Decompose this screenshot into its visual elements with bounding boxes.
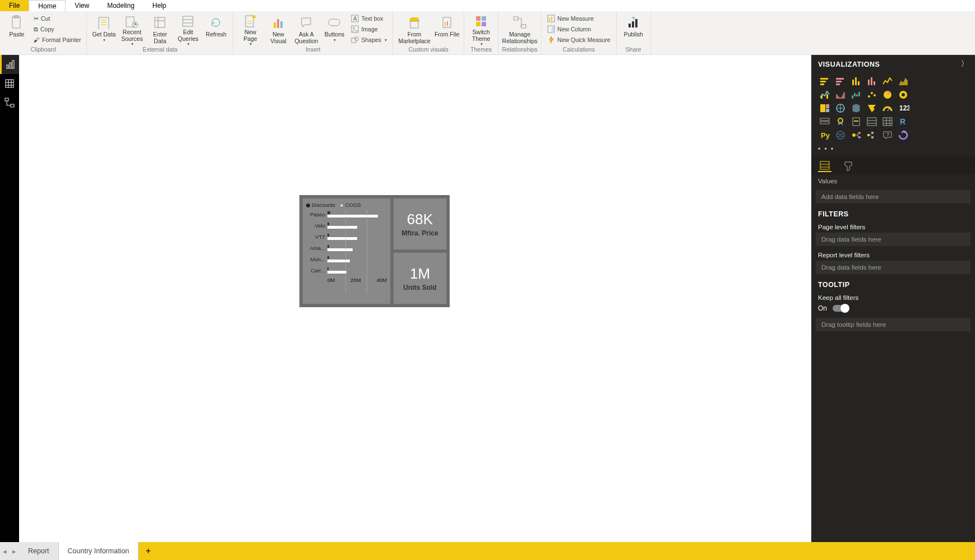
viz-line-icon[interactable] (881, 76, 894, 87)
bar-row: Mon... (306, 256, 387, 262)
image-button[interactable]: Image (349, 24, 389, 34)
tab-file[interactable]: File (0, 0, 29, 11)
viz-waterfall-icon[interactable] (849, 89, 863, 100)
shapes-button[interactable]: Shapes (349, 35, 389, 45)
viz-donut-icon[interactable] (897, 89, 910, 100)
scissors-icon: ✂ (34, 15, 39, 22)
page-tab-report[interactable]: Report (19, 542, 59, 560)
manage-relationships-button[interactable]: Manage Relationships (502, 13, 538, 45)
svg-rect-12 (329, 19, 340, 26)
viz-key-influencers-icon[interactable] (849, 129, 863, 141)
get-data-button[interactable]: Get Data (90, 13, 117, 45)
report-filters-label: Report level filters (811, 248, 975, 258)
from-file-button[interactable]: From File (433, 13, 460, 45)
fields-tab[interactable] (818, 160, 831, 172)
page-scroll-right[interactable]: ▸ (10, 542, 19, 560)
paste-button[interactable]: Paste (3, 13, 30, 45)
viz-decomp-tree-icon[interactable] (865, 129, 879, 141)
add-page-button[interactable]: + (138, 542, 158, 560)
keep-filters-toggle[interactable] (833, 305, 848, 312)
svg-point-81 (837, 131, 844, 139)
viz-slicer-icon[interactable] (849, 116, 863, 127)
svg-point-63 (874, 94, 876, 96)
new-measure-button[interactable]: New Measure (545, 13, 613, 24)
viz-table-icon[interactable] (865, 116, 879, 127)
report-canvas[interactable]: Discounts COGS PaseoVeloVTTAma...Mon...C… (19, 55, 811, 542)
nav-data-view[interactable] (0, 74, 19, 93)
cut-button[interactable]: ✂Cut (31, 13, 83, 24)
viz-ribbon-icon[interactable] (834, 89, 847, 100)
new-page-button[interactable]: New Page (237, 13, 264, 45)
viz-pie-icon[interactable] (881, 89, 894, 100)
svg-rect-2 (99, 17, 109, 29)
viz-treemap-icon[interactable] (818, 103, 831, 114)
tooltip-well[interactable]: Drag tooltip fields here (816, 318, 971, 331)
page-scroll-left[interactable]: ◂ (0, 542, 10, 560)
tab-view[interactable]: View (66, 0, 98, 11)
from-marketplace-button[interactable]: From Marketplace (396, 13, 432, 45)
publish-button[interactable]: Publish (620, 13, 647, 45)
edit-queries-button[interactable]: Edit Queries (174, 13, 201, 45)
viz-filled-map-icon[interactable] (849, 103, 863, 114)
switch-theme-button[interactable]: Switch Theme (468, 13, 495, 45)
svg-rect-85 (867, 134, 870, 136)
tab-modeling[interactable]: Modeling (98, 0, 144, 11)
page-tab-country-information[interactable]: Country Information (59, 542, 139, 560)
viz-stacked-bar-icon[interactable] (818, 76, 831, 87)
enter-data-button[interactable]: Enter Data (146, 13, 173, 45)
viz-python-visual-icon[interactable]: Py (818, 129, 831, 141)
svg-rect-47 (836, 81, 842, 82)
new-column-button[interactable]: New Column (545, 24, 613, 34)
card-units-sold[interactable]: 1M Units Sold (394, 253, 446, 304)
chevron-right-icon[interactable]: 〉 (961, 59, 969, 69)
bar-chart[interactable]: Discounts COGS PaseoVeloVTTAma...Mon...C… (303, 198, 390, 304)
viz-card-icon[interactable]: 123 (897, 103, 910, 114)
viz-multi-row-card-icon[interactable] (818, 116, 831, 127)
viz-r-visual-icon[interactable]: R (897, 116, 910, 127)
tab-help[interactable]: Help (144, 0, 175, 11)
group-external-data-label: External data (143, 45, 178, 54)
svg-point-82 (852, 133, 856, 137)
card-mftra-price[interactable]: 68K Mftra. Price (394, 198, 446, 249)
viz-line-stacked-icon[interactable] (818, 89, 831, 100)
nav-report-view[interactable] (0, 55, 19, 74)
ribbon: Paste ✂Cut ⧉Copy 🖌Format Painter Clipboa… (0, 11, 975, 55)
textbox-button[interactable]: AText box (349, 13, 389, 24)
format-painter-button[interactable]: 🖌Format Painter (31, 35, 83, 45)
copy-button[interactable]: ⧉Copy (31, 24, 83, 34)
viz-area-icon[interactable] (897, 76, 910, 87)
viz-stacked-column-icon[interactable] (849, 76, 863, 87)
viz-matrix-icon[interactable] (881, 116, 894, 127)
page-filters-well[interactable]: Drag data fields here (816, 233, 971, 246)
viz-arc-gis-icon[interactable] (834, 129, 847, 141)
report-filters-well[interactable]: Drag data fields here (816, 261, 971, 274)
viz-clustered-bar-icon[interactable] (834, 76, 847, 87)
svg-point-8 (252, 15, 256, 18)
new-visual-button[interactable]: New Visual (265, 13, 292, 45)
svg-rect-89 (820, 161, 829, 169)
viz-map-icon[interactable] (834, 103, 847, 114)
format-tab[interactable] (842, 160, 855, 172)
ask-question-button[interactable]: Ask A Question (293, 13, 320, 45)
nav-model-view[interactable] (0, 93, 19, 112)
refresh-button[interactable]: Refresh (202, 13, 229, 45)
relationships-icon (512, 15, 528, 30)
viz-funnel-icon[interactable] (865, 103, 879, 114)
card-value: 68K (407, 211, 433, 228)
buttons-button[interactable]: Buttons (321, 13, 348, 45)
viz-gauge-icon[interactable] (881, 103, 894, 114)
new-quick-measure-button[interactable]: New Quick Measure (545, 35, 613, 45)
viz-paginated-icon[interactable] (897, 129, 910, 141)
viz-clustered-column-icon[interactable] (865, 76, 879, 87)
visual-container[interactable]: Discounts COGS PaseoVeloVTTAma...Mon...C… (299, 195, 450, 307)
viz-qna-icon[interactable]: ? (881, 129, 894, 141)
values-well[interactable]: Add data fields here (816, 190, 971, 203)
viz-scatter-icon[interactable] (865, 89, 879, 100)
svg-rect-21 (445, 22, 446, 26)
tab-home[interactable]: Home (29, 0, 66, 11)
viz-kpi-icon[interactable] (834, 116, 847, 127)
more-visuals-button[interactable]: • • • (811, 144, 975, 156)
recent-sources-button[interactable]: Recent Sources (118, 13, 145, 45)
file-icon (439, 15, 455, 30)
svg-rect-37 (7, 65, 8, 68)
